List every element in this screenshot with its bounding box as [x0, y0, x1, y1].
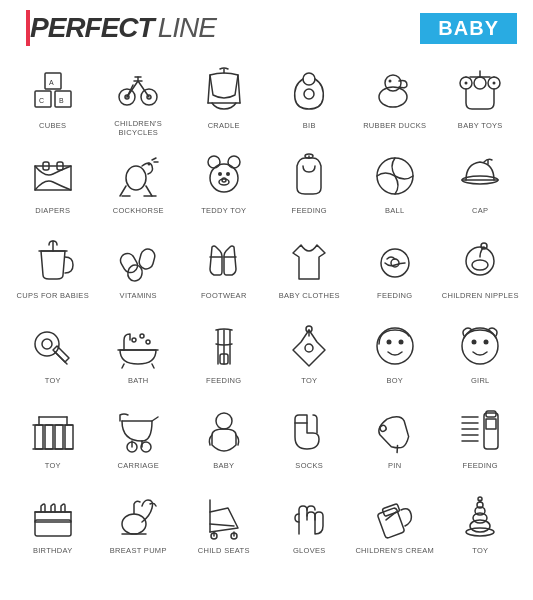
- feeding3-label: FEEDING: [206, 376, 241, 392]
- icon-footwear: FOOTWEAR: [181, 228, 267, 309]
- baby-icon: [197, 404, 251, 458]
- svg-point-11: [303, 73, 315, 85]
- boy-icon: [368, 319, 422, 373]
- svg-point-14: [385, 75, 401, 91]
- footwear-icon: [197, 234, 251, 288]
- cups-for-babies-label: CUPS FOR BABIES: [17, 291, 89, 307]
- feeding3-icon: [197, 319, 251, 373]
- childrens-bicycles-label: CHILDREN'S BICYCLES: [98, 119, 180, 137]
- carriage-label: CARRIAGE: [117, 461, 159, 477]
- icon-toy4: TOY: [438, 483, 524, 564]
- feeding4-label: FEEDING: [463, 461, 498, 477]
- icon-birthday: BIRTHDAY: [10, 483, 96, 564]
- socks-label: SOCKS: [295, 461, 323, 477]
- svg-point-57: [132, 338, 136, 342]
- svg-point-19: [474, 77, 486, 89]
- icon-baby-clothes: BABY CLOTHES: [267, 228, 353, 309]
- pin-icon: [368, 404, 422, 458]
- svg-rect-93: [486, 411, 496, 417]
- feeding-icon: [282, 149, 336, 203]
- svg-point-13: [379, 87, 407, 107]
- boy-label: BOY: [386, 376, 403, 392]
- svg-point-31: [228, 156, 240, 168]
- icon-diapers: DIAPERS: [10, 143, 96, 224]
- toy2-icon: [282, 319, 336, 373]
- icon-cubes: C B A CUBES: [10, 56, 96, 139]
- icon-rubber-ducks: RUBBER DUCKS: [352, 56, 438, 139]
- svg-point-23: [465, 82, 468, 85]
- icon-pin: PIN: [352, 398, 438, 479]
- feeding2-icon: [368, 234, 422, 288]
- svg-point-28: [148, 163, 151, 166]
- vitamins-label: VITAMINS: [120, 291, 157, 307]
- socks-icon: [282, 404, 336, 458]
- ball-icon: [368, 149, 422, 203]
- icon-feeding: FEEDING: [267, 143, 353, 224]
- svg-point-50: [391, 259, 399, 267]
- svg-point-35: [222, 178, 226, 182]
- icon-gloves: GLOVES: [267, 483, 353, 564]
- svg-rect-78: [65, 425, 73, 449]
- perfect-text: PERFECT: [30, 12, 154, 44]
- icon-teddy-toy: TEDDY TOY: [181, 143, 267, 224]
- ball-label: BALL: [385, 206, 405, 222]
- line-text: LINE: [158, 12, 216, 44]
- rubber-ducks-icon: [368, 64, 422, 118]
- icon-childrens-cream: CHILDREN'S CREAM: [352, 483, 438, 564]
- footwear-label: FOOTWEAR: [201, 291, 247, 307]
- cockhorse-label: COCKHORSE: [113, 206, 164, 222]
- gloves-icon: [282, 489, 336, 543]
- svg-rect-76: [45, 425, 53, 449]
- birthday-icon: [26, 489, 80, 543]
- icon-toy3: TOY: [10, 398, 96, 479]
- svg-point-71: [398, 340, 403, 345]
- cups-for-babies-icon: [26, 234, 80, 288]
- icon-toy2: TOY: [267, 313, 353, 394]
- baby-toys-icon: [453, 64, 507, 118]
- toy4-icon: [453, 489, 507, 543]
- svg-point-59: [146, 340, 150, 344]
- icon-bib: BIB: [267, 56, 353, 139]
- svg-line-88: [152, 417, 158, 421]
- svg-point-55: [42, 339, 52, 349]
- svg-point-33: [226, 172, 230, 176]
- icon-baby-toys: BABY TOYS: [438, 56, 524, 139]
- icon-childrens-bicycles: CHILDREN'S BICYCLES: [96, 56, 182, 139]
- carriage-icon: [111, 404, 165, 458]
- cap-label: CAP: [472, 206, 488, 222]
- svg-text:B: B: [59, 97, 64, 104]
- bath-icon: [111, 319, 165, 373]
- toy2-label: TOY: [301, 376, 317, 392]
- childrens-cream-icon: [368, 489, 422, 543]
- vitamins-icon: [111, 234, 165, 288]
- svg-rect-44: [118, 251, 140, 275]
- childrens-bicycles-icon: [111, 62, 165, 116]
- birthday-label: BIRTHDAY: [33, 546, 73, 562]
- girl-label: GIRL: [471, 376, 490, 392]
- breast-pump-label: BREAST PUMP: [110, 546, 167, 562]
- teddy-toy-label: TEDDY TOY: [201, 206, 246, 222]
- svg-point-52: [472, 260, 488, 270]
- icon-vitamins: VITAMINS: [96, 228, 182, 309]
- child-seats-label: CHILD SEATS: [198, 546, 250, 562]
- cubes-label: CUBES: [39, 121, 66, 137]
- icon-cap: CAP: [438, 143, 524, 224]
- toy4-label: TOY: [472, 546, 488, 562]
- baby-clothes-label: BABY CLOTHES: [279, 291, 340, 307]
- icon-ball: BALL: [352, 143, 438, 224]
- icon-feeding2: FEEDING: [352, 228, 438, 309]
- toy-icon: [26, 319, 80, 373]
- bath-label: BATH: [128, 376, 149, 392]
- svg-text:A: A: [49, 79, 54, 86]
- diapers-icon: [26, 149, 80, 203]
- feeding4-icon: [453, 404, 507, 458]
- svg-text:C: C: [39, 97, 44, 104]
- bib-icon: [282, 64, 336, 118]
- teddy-toy-icon: [197, 149, 251, 203]
- cradle-icon: [197, 64, 251, 118]
- svg-point-113: [470, 520, 490, 532]
- svg-line-60: [122, 364, 124, 368]
- toy-label: TOY: [45, 376, 61, 392]
- icon-socks: SOCKS: [267, 398, 353, 479]
- svg-point-66: [305, 344, 313, 352]
